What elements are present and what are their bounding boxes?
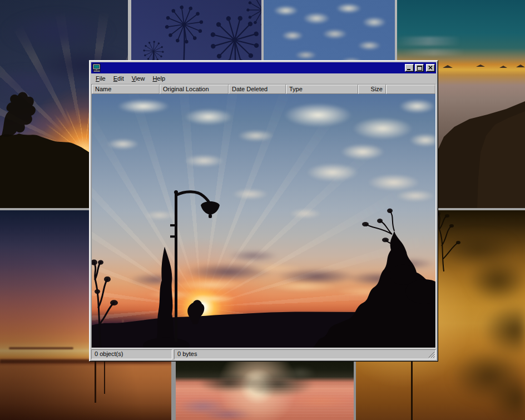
maximize-icon	[417, 66, 422, 71]
computer-icon	[92, 63, 101, 72]
column-header-type[interactable]: Type	[286, 85, 358, 94]
status-objects: 0 object(s)	[91, 349, 172, 359]
menu-bar: File Edit View Help	[91, 73, 436, 84]
close-icon	[428, 66, 433, 70]
column-header-date-deleted[interactable]: Date Deleted	[229, 85, 286, 94]
minimize-button[interactable]	[405, 64, 414, 72]
menu-help[interactable]: Help	[148, 74, 169, 83]
water-pole	[104, 362, 105, 394]
column-header-name[interactable]: Name	[92, 85, 160, 94]
status-bar: 0 object(s) 0 bytes	[91, 349, 436, 359]
menu-view[interactable]: View	[128, 74, 149, 83]
column-header-row: Name Original Location Date Deleted Type…	[92, 85, 435, 94]
minimize-icon	[407, 66, 412, 71]
file-list-view[interactable]: Name Original Location Date Deleted Type…	[91, 84, 436, 348]
close-button[interactable]	[426, 64, 435, 72]
column-header-spacer	[386, 85, 435, 94]
status-bytes: 0 bytes	[174, 349, 436, 359]
street-lamp-sunset-photo	[92, 94, 435, 348]
maximize-button[interactable]	[415, 64, 424, 72]
water-pole	[95, 360, 96, 403]
foreground-silhouettes	[92, 94, 435, 348]
title-bar[interactable]	[91, 62, 436, 73]
desktop-wallpaper-collage: File Edit View Help Name Original Locati…	[0, 0, 525, 420]
menu-file[interactable]: File	[92, 74, 110, 83]
column-header-original-location[interactable]: Original Location	[160, 85, 229, 94]
menu-edit[interactable]: Edit	[110, 74, 128, 83]
recycle-bin-window: File Edit View Help Name Original Locati…	[89, 60, 438, 362]
column-header-size[interactable]: Size	[358, 85, 386, 94]
resize-grip[interactable]	[428, 352, 435, 358]
